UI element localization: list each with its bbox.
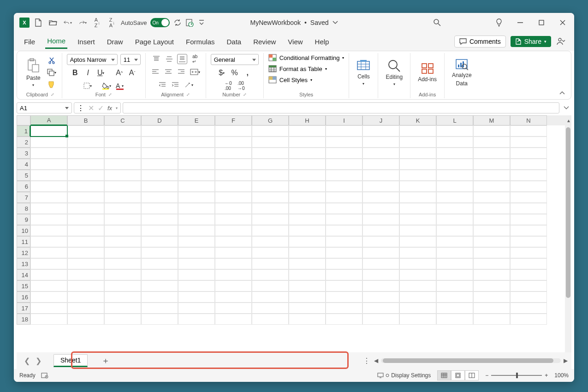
cell-E10[interactable] — [178, 225, 215, 236]
cell-F1[interactable] — [215, 125, 252, 137]
tab-formulas[interactable]: Formulas — [184, 35, 217, 48]
increase-indent-icon[interactable] — [170, 80, 180, 90]
cell-C6[interactable] — [104, 181, 141, 192]
cell-F9[interactable] — [215, 214, 252, 225]
cell-H1[interactable] — [289, 125, 326, 137]
comma-icon[interactable]: , — [243, 68, 253, 78]
cell-F4[interactable] — [215, 159, 252, 170]
copy-icon[interactable]: ▾ — [46, 67, 57, 77]
cell-A12[interactable] — [30, 247, 67, 258]
cell-H9[interactable] — [289, 214, 326, 225]
sheet-options-icon[interactable]: ⋮ — [363, 356, 370, 365]
cell-C14[interactable] — [104, 269, 141, 280]
cell-G13[interactable] — [252, 258, 289, 269]
cell-C8[interactable] — [104, 203, 141, 214]
cell-K2[interactable] — [399, 137, 436, 148]
addins-button[interactable]: Add-ins — [415, 60, 440, 84]
zoom-out-icon[interactable]: − — [485, 372, 488, 379]
cell-N16[interactable] — [510, 291, 547, 303]
share-button[interactable]: Share ▾ — [511, 36, 551, 47]
font-name-combo[interactable]: Aptos Narrow — [67, 54, 118, 65]
cell-E17[interactable] — [178, 303, 215, 314]
cell-D4[interactable] — [141, 159, 178, 170]
align-right-icon[interactable] — [176, 67, 186, 77]
cell-G12[interactable] — [252, 247, 289, 258]
cell-M9[interactable] — [473, 214, 510, 225]
cell-N5[interactable] — [510, 170, 547, 181]
row-header-6[interactable]: 6 — [17, 181, 30, 192]
cell-L15[interactable] — [436, 280, 473, 291]
cell-B1[interactable] — [67, 125, 104, 137]
cell-E15[interactable] — [178, 280, 215, 291]
cell-F10[interactable] — [215, 225, 252, 236]
cell-L14[interactable] — [436, 269, 473, 280]
cell-L18[interactable] — [436, 314, 473, 325]
cell-K9[interactable] — [399, 214, 436, 225]
cell-K14[interactable] — [399, 269, 436, 280]
cell-A10[interactable] — [30, 225, 67, 236]
cell-G8[interactable] — [252, 203, 289, 214]
cell-L13[interactable] — [436, 258, 473, 269]
alignment-launcher[interactable]: ⤢ — [186, 92, 190, 97]
cell-K13[interactable] — [399, 258, 436, 269]
cell-E1[interactable] — [178, 125, 215, 137]
cell-C12[interactable] — [104, 247, 141, 258]
cell-D9[interactable] — [141, 214, 178, 225]
cell-C15[interactable] — [104, 280, 141, 291]
cell-N14[interactable] — [510, 269, 547, 280]
redo-icon[interactable]: ▾ — [78, 18, 87, 27]
increase-decimal-icon[interactable]: ←0.00 — [223, 81, 233, 91]
cell-C5[interactable] — [104, 170, 141, 181]
cell-J13[interactable] — [362, 258, 399, 269]
column-header-D[interactable]: D — [141, 115, 178, 125]
cell-B16[interactable] — [67, 291, 104, 303]
select-all-corner[interactable] — [17, 115, 30, 125]
cell-J17[interactable] — [362, 303, 399, 314]
cell-G16[interactable] — [252, 291, 289, 303]
qat-customize-icon[interactable] — [197, 18, 206, 27]
cell-L10[interactable] — [436, 225, 473, 236]
cell-B12[interactable] — [67, 247, 104, 258]
cell-E12[interactable] — [178, 247, 215, 258]
view-normal-icon[interactable] — [437, 370, 451, 380]
cell-H7[interactable] — [289, 192, 326, 203]
new-file-icon[interactable] — [34, 18, 42, 27]
cell-I5[interactable] — [326, 170, 362, 181]
cell-M3[interactable] — [473, 148, 510, 159]
cell-E8[interactable] — [178, 203, 215, 214]
cell-K17[interactable] — [399, 303, 436, 314]
cell-I17[interactable] — [326, 303, 362, 314]
cell-J9[interactable] — [362, 214, 399, 225]
cell-A8[interactable] — [30, 203, 67, 214]
cell-H10[interactable] — [289, 225, 326, 236]
cell-I13[interactable] — [326, 258, 362, 269]
cell-B6[interactable] — [67, 181, 104, 192]
cell-I14[interactable] — [326, 269, 362, 280]
minimize-button[interactable] — [516, 18, 524, 27]
cell-K15[interactable] — [399, 280, 436, 291]
cell-F12[interactable] — [215, 247, 252, 258]
row-header-12[interactable]: 12 — [17, 247, 30, 258]
column-header-E[interactable]: E — [178, 115, 215, 125]
more-icon[interactable]: ⋮ — [77, 104, 84, 113]
cell-M6[interactable] — [473, 181, 510, 192]
align-bottom-icon[interactable] — [177, 54, 187, 64]
cell-I12[interactable] — [326, 247, 362, 258]
cell-G10[interactable] — [252, 225, 289, 236]
cell-H6[interactable] — [289, 181, 326, 192]
catch-up-icon[interactable] — [556, 36, 566, 47]
cell-J14[interactable] — [362, 269, 399, 280]
cell-G3[interactable] — [252, 148, 289, 159]
column-header-B[interactable]: B — [67, 115, 104, 125]
cell-styles-button[interactable]: Cell Styles▾ — [268, 76, 312, 83]
cell-M1[interactable] — [473, 125, 510, 137]
tab-page-layout[interactable]: Page Layout — [133, 35, 176, 48]
decrease-font-icon[interactable]: Aˇ — [127, 68, 137, 78]
cell-N18[interactable] — [510, 314, 547, 325]
font-color-icon[interactable]: A▾ — [115, 81, 125, 91]
cell-D6[interactable] — [141, 181, 178, 192]
cell-C16[interactable] — [104, 291, 141, 303]
cell-I1[interactable] — [326, 125, 362, 137]
vertical-scrollbar[interactable]: ▲ ▼ — [565, 125, 571, 352]
decrease-decimal-icon[interactable]: .00→0 — [236, 81, 246, 91]
